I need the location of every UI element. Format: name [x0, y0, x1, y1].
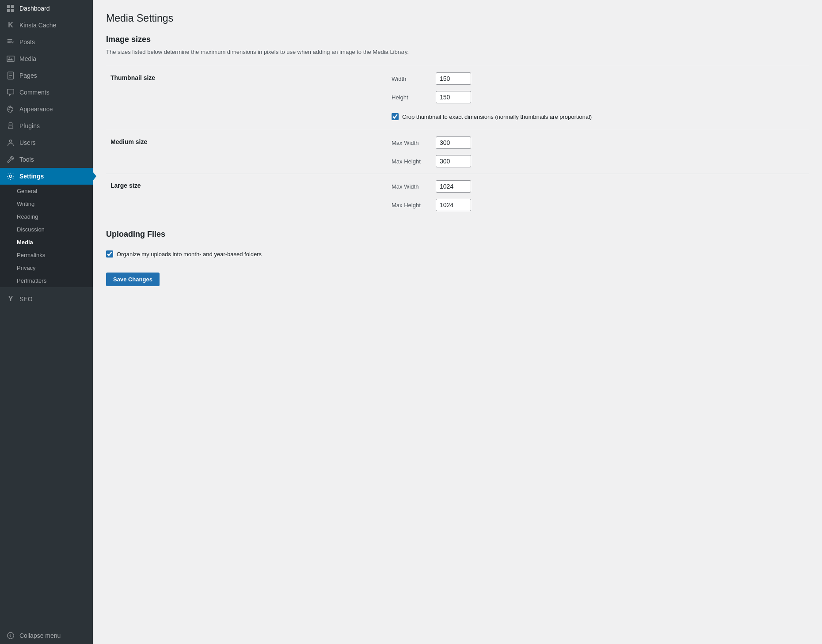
submenu-general[interactable]: General — [0, 185, 93, 197]
plugins-icon — [6, 121, 15, 130]
large-max-width-label: Max Width — [392, 183, 431, 190]
thumbnail-crop-row: Crop thumbnail to exact dimensions (norm… — [392, 110, 638, 124]
appearance-icon — [6, 105, 15, 114]
large-row: Large size Max Width Max Height — [106, 174, 809, 218]
sidebar-item-label: SEO — [19, 295, 33, 303]
sidebar-item-label: Appearance — [19, 106, 53, 113]
sidebar: Dashboard K Kinsta Cache Posts Media Pag… — [0, 0, 93, 644]
organize-uploads-row: Organize my uploads into month- and year… — [106, 247, 809, 261]
medium-fields: Max Width Max Height — [392, 136, 638, 167]
large-fields: Max Width Max Height — [392, 180, 638, 211]
sidebar-item-users[interactable]: Users — [0, 134, 93, 151]
medium-width-row: Max Width — [392, 136, 638, 149]
thumbnail-width-row: Width — [392, 72, 638, 85]
sidebar-item-label: Collapse menu — [19, 632, 61, 639]
sidebar-item-media[interactable]: Media — [0, 50, 93, 67]
svg-point-11 — [9, 107, 10, 108]
sidebar-item-dashboard[interactable]: Dashboard — [0, 0, 93, 17]
seo-icon: Y — [6, 295, 15, 303]
settings-table: Thumbnail size Width Height Crop thumbna… — [106, 66, 809, 217]
sidebar-item-label: Comments — [19, 89, 49, 96]
medium-max-height-label: Max Height — [392, 158, 431, 165]
page-title: Media Settings — [106, 12, 809, 24]
thumbnail-height-input[interactable] — [436, 91, 471, 103]
sidebar-item-label: Dashboard — [19, 5, 50, 12]
svg-rect-0 — [7, 5, 10, 8]
svg-point-16 — [8, 633, 14, 639]
sidebar-item-comments[interactable]: Comments — [0, 84, 93, 101]
svg-point-14 — [9, 140, 11, 142]
sidebar-item-label: Posts — [19, 38, 35, 45]
submenu-discussion[interactable]: Discussion — [0, 223, 93, 236]
large-width-row: Max Width — [392, 180, 638, 193]
submenu-permalinks[interactable]: Permalinks — [0, 249, 93, 261]
organize-uploads-label: Organize my uploads into month- and year… — [117, 251, 262, 258]
thumbnail-row: Thumbnail size Width Height Crop thumbna… — [106, 66, 809, 130]
submenu-privacy[interactable]: Privacy — [0, 261, 93, 274]
sidebar-item-label: Media — [19, 55, 36, 62]
sidebar-item-label: Settings — [19, 173, 44, 180]
thumbnail-label: Thumbnail size — [110, 74, 155, 81]
sidebar-item-label: Kinsta Cache — [19, 22, 56, 29]
settings-submenu: General Writing Reading Discussion Media… — [0, 185, 93, 287]
medium-label: Medium size — [110, 138, 147, 145]
submenu-writing[interactable]: Writing — [0, 197, 93, 210]
medium-width-input[interactable] — [436, 136, 471, 149]
posts-icon — [6, 38, 15, 46]
thumbnail-crop-checkbox[interactable] — [392, 113, 399, 120]
svg-point-12 — [11, 107, 12, 108]
svg-rect-3 — [11, 9, 14, 12]
sidebar-item-label: Pages — [19, 72, 37, 79]
svg-rect-2 — [7, 9, 10, 12]
svg-rect-1 — [11, 5, 14, 8]
sidebar-item-seo[interactable]: Y SEO — [0, 291, 93, 307]
medium-height-input[interactable] — [436, 155, 471, 167]
large-width-input[interactable] — [436, 180, 471, 193]
uploading-title: Uploading Files — [106, 230, 809, 239]
submenu-reading[interactable]: Reading — [0, 210, 93, 223]
thumbnail-height-row: Height — [392, 91, 638, 103]
sidebar-item-settings[interactable]: Settings — [0, 168, 93, 185]
medium-max-width-label: Max Width — [392, 140, 431, 146]
submenu-perfmatters[interactable]: Perfmatters — [0, 274, 93, 287]
pages-icon — [6, 71, 15, 80]
sidebar-item-kinsta[interactable]: K Kinsta Cache — [0, 17, 93, 34]
main-content: Media Settings Image sizes The sizes lis… — [93, 0, 822, 644]
tools-icon — [6, 155, 15, 164]
settings-icon — [6, 172, 15, 181]
sidebar-item-label: Tools — [19, 156, 34, 163]
sidebar-item-plugins[interactable]: Plugins — [0, 117, 93, 134]
thumbnail-fields: Width Height Crop thumbnail to exact dim… — [392, 72, 638, 124]
svg-point-5 — [9, 57, 10, 59]
dashboard-icon — [6, 4, 15, 13]
large-height-row: Max Height — [392, 199, 638, 211]
medium-height-row: Max Height — [392, 155, 638, 167]
uploading-section: Uploading Files — [106, 230, 809, 239]
sidebar-item-tools[interactable]: Tools — [0, 151, 93, 168]
collapse-icon — [6, 631, 15, 640]
large-max-height-label: Max Height — [392, 202, 431, 208]
svg-point-15 — [9, 175, 11, 177]
sidebar-item-collapse[interactable]: Collapse menu — [0, 627, 93, 644]
kinsta-icon: K — [6, 21, 15, 30]
image-sizes-title: Image sizes — [106, 35, 809, 44]
comments-icon — [6, 88, 15, 97]
submenu-media[interactable]: Media — [0, 236, 93, 249]
svg-point-10 — [9, 109, 10, 110]
sidebar-item-pages[interactable]: Pages — [0, 67, 93, 84]
sidebar-item-appearance[interactable]: Appearance — [0, 101, 93, 117]
save-button[interactable]: Save Changes — [106, 273, 160, 286]
users-icon — [6, 138, 15, 147]
large-height-input[interactable] — [436, 199, 471, 211]
svg-rect-13 — [9, 123, 12, 125]
sidebar-item-label: Users — [19, 139, 36, 146]
large-label: Large size — [110, 182, 141, 189]
media-icon — [6, 54, 15, 63]
thumbnail-height-label: Height — [392, 94, 431, 101]
thumbnail-width-input[interactable] — [436, 72, 471, 85]
svg-rect-4 — [7, 56, 14, 62]
thumbnail-crop-label: Crop thumbnail to exact dimensions (norm… — [402, 114, 592, 120]
organize-uploads-checkbox[interactable] — [106, 250, 113, 258]
sidebar-item-posts[interactable]: Posts — [0, 34, 93, 50]
thumbnail-width-label: Width — [392, 76, 431, 82]
